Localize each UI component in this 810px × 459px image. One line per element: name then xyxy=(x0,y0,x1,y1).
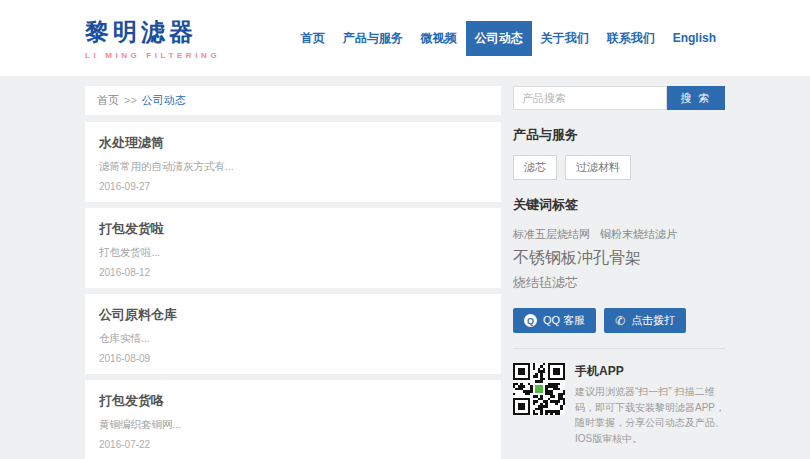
phone-icon: ✆ xyxy=(615,315,625,327)
qq-service-button[interactable]: Q QQ 客服 xyxy=(513,308,596,333)
news-item-title: 打包发货啦 xyxy=(99,220,487,238)
keywords-heading: 关键词标签 xyxy=(513,196,725,214)
news-item-title: 公司原料仓库 xyxy=(99,306,487,324)
android-icon xyxy=(533,383,545,395)
keyword-tag[interactable]: 烧结毡滤芯 xyxy=(513,272,578,295)
call-label: 点击拨打 xyxy=(631,313,675,328)
search-bar: 搜 索 xyxy=(513,86,725,110)
qr-section-desc: 建议用浏览器“扫一扫” 扫描二维码，即可下载安装黎明滤器APP，随时掌握，分享公… xyxy=(575,384,725,446)
search-input[interactable] xyxy=(513,86,667,110)
news-item-title: 打包发货咯 xyxy=(99,392,487,410)
nav-item-home[interactable]: 首页 xyxy=(292,21,334,56)
main-content: 首页>>公司动态 水处理滤筒 滤筒常用的自动清灰方式有... 2016-09-2… xyxy=(85,86,725,459)
search-button[interactable]: 搜 索 xyxy=(667,86,725,110)
nav-item-contact[interactable]: 联系我们 xyxy=(598,21,664,56)
news-item-date: 2016-09-27 xyxy=(99,181,487,192)
logo-subtitle: LI MING FILTERING xyxy=(85,51,220,60)
news-item-desc: 黄铜编织套铜网... xyxy=(99,418,487,432)
news-item-desc: 打包发货啦... xyxy=(99,246,487,260)
qq-service-label: QQ 客服 xyxy=(543,313,585,328)
main-nav: 首页 产品与服务 微视频 公司动态 关于我们 联系我们 English xyxy=(292,21,725,56)
nav-item-news[interactable]: 公司动态 xyxy=(466,21,532,56)
logo-title: 黎明滤器 xyxy=(85,16,220,48)
contact-actions: Q QQ 客服 ✆ 点击拨打 xyxy=(513,308,725,349)
news-item-desc: 滤筒常用的自动清灰方式有... xyxy=(99,160,487,174)
product-tag[interactable]: 过滤材料 xyxy=(565,155,631,180)
qr-section-title: 手机APP xyxy=(575,363,725,380)
breadcrumb: 首页>>公司动态 xyxy=(85,86,501,115)
qq-icon: Q xyxy=(524,314,537,327)
nav-item-english[interactable]: English xyxy=(664,22,725,54)
nav-item-about[interactable]: 关于我们 xyxy=(532,21,598,56)
product-tag[interactable]: 滤芯 xyxy=(513,155,557,180)
keyword-cloud: 标准五层烧结网铜粉末烧结滤片不锈钢板冲孔骨架烧结毡滤芯 xyxy=(513,225,725,295)
news-item[interactable]: 公司原料仓库 仓库实情... 2016-08-09 xyxy=(85,294,501,374)
news-item-title: 水处理滤筒 xyxy=(99,134,487,152)
keyword-tag[interactable]: 不锈钢板冲孔骨架 xyxy=(513,244,641,272)
site-header: 黎明滤器 LI MING FILTERING 首页 产品与服务 微视频 公司动态… xyxy=(0,0,810,76)
call-button[interactable]: ✆ 点击拨打 xyxy=(604,308,686,333)
logo[interactable]: 黎明滤器 LI MING FILTERING xyxy=(85,16,220,60)
news-item-date: 2016-08-12 xyxy=(99,267,487,278)
nav-item-products[interactable]: 产品与服务 xyxy=(334,21,412,56)
news-item-date: 2016-07-22 xyxy=(99,439,487,450)
breadcrumb-home-link[interactable]: 首页 xyxy=(97,94,119,106)
sidebar: 搜 索 产品与服务 滤芯 过滤材料 关键词标签 标准五层烧结网铜粉末烧结滤片不锈… xyxy=(513,86,725,459)
products-heading: 产品与服务 xyxy=(513,126,725,144)
breadcrumb-current: 公司动态 xyxy=(142,94,186,106)
product-tag-row: 滤芯 过滤材料 xyxy=(513,155,725,180)
keyword-tag[interactable]: 铜粉末烧结滤片 xyxy=(600,225,677,244)
news-item[interactable]: 水处理滤筒 滤筒常用的自动清灰方式有... 2016-09-27 xyxy=(85,122,501,202)
mobile-app-section: 手机APP 建议用浏览器“扫一扫” 扫描二维码，即可下载安装黎明滤器APP，随时… xyxy=(513,363,725,446)
news-column: 首页>>公司动态 水处理滤筒 滤筒常用的自动清灰方式有... 2016-09-2… xyxy=(85,86,501,459)
news-item-desc: 仓库实情... xyxy=(99,332,487,346)
nav-item-videos[interactable]: 微视频 xyxy=(412,21,466,56)
qr-code-app-icon xyxy=(513,363,565,415)
news-item[interactable]: 打包发货咯 黄铜编织套铜网... 2016-07-22 xyxy=(85,380,501,459)
breadcrumb-separator: >> xyxy=(124,94,137,106)
keyword-tag[interactable]: 标准五层烧结网 xyxy=(513,225,590,244)
news-item[interactable]: 打包发货啦 打包发货啦... 2016-08-12 xyxy=(85,208,501,288)
news-item-date: 2016-08-09 xyxy=(99,353,487,364)
